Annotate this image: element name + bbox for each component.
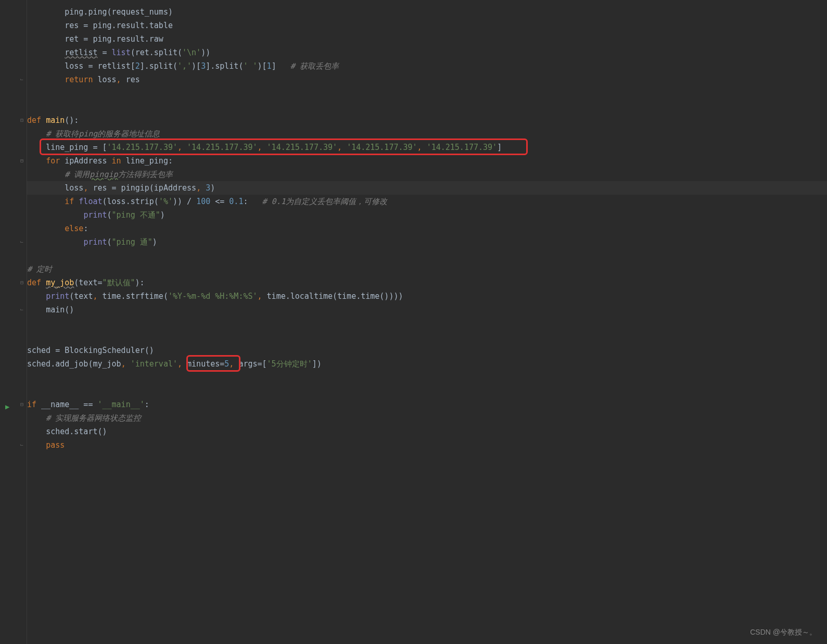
code-line[interactable]: print("ping 通") [27,235,827,249]
code-line[interactable]: print("ping 不通") [27,208,827,222]
code-line[interactable] [27,317,827,330]
code-line[interactable] [27,384,827,398]
code-line[interactable]: res = ping.result.table [27,19,827,32]
code-line[interactable]: # 实现服务器网络状态监控 [27,411,827,425]
code-line[interactable]: retlist = list(ret.split('\n')) [27,46,827,59]
code-line[interactable]: sched = BlockingScheduler() [27,344,827,357]
code-line[interactable]: sched.add_job(my_job, 'interval', minute… [27,357,827,371]
code-area[interactable]: ping.ping(request_nums) res = ping.resul… [27,0,827,644]
code-line[interactable]: ping.ping(request_nums) [27,5,827,19]
code-line[interactable]: loss, res = pingip(ipAddress, 3) [27,181,827,195]
fold-end-icon: ⌙ [19,77,25,83]
code-line[interactable]: pass [27,438,827,452]
code-line[interactable]: loss = retlist[2].split(',')[3].split(' … [27,59,827,73]
fold-end-icon: ⌙ [19,307,25,313]
code-line[interactable]: print(text, time.strftime('%Y-%m-%d %H:%… [27,289,827,303]
code-line[interactable]: return loss, res [27,73,827,86]
code-line[interactable]: # 定时 [27,262,827,276]
watermark: CSDN @兮教授～。 [750,625,817,639]
run-icon[interactable]: ▶ [5,400,9,413]
code-line[interactable]: line_ping = ['14.215.177.39', '14.215.17… [27,141,827,154]
code-line[interactable]: def my_job(text="默认值"): [27,276,827,289]
code-line[interactable]: if float(loss.strip('%')) / 100 <= 0.1: … [27,195,827,208]
code-line[interactable] [27,86,827,100]
code-line[interactable]: # 调用pingip方法得到丢包率 [27,168,827,181]
code-line[interactable]: ret = ping.result.raw [27,32,827,46]
code-line[interactable]: main() [27,303,827,317]
fold-minus-icon[interactable]: ⊟ [19,158,25,164]
fold-minus-icon[interactable]: ⊟ [19,117,25,123]
code-line[interactable] [27,371,827,384]
code-line[interactable]: else: [27,222,827,235]
fold-end-icon: ⌙ [19,442,25,448]
code-line[interactable]: def main(): [27,113,827,127]
code-line[interactable]: sched.start() [27,425,827,438]
code-line[interactable] [27,100,827,113]
gutter: ⌙⊟⊟⌙⊟⌙⊟▶⌙ [0,0,27,644]
fold-minus-icon[interactable]: ⊟ [19,280,25,286]
fold-minus-icon[interactable]: ⊟ [19,401,25,408]
code-line[interactable]: for ipAddress in line_ping: [27,154,827,168]
code-editor[interactable]: ⌙⊟⊟⌙⊟⌙⊟▶⌙ ping.ping(request_nums) res = … [0,0,827,644]
code-line[interactable]: # 获取待ping的服务器地址信息 [27,127,827,141]
code-line[interactable] [27,249,827,262]
fold-end-icon: ⌙ [19,239,25,245]
code-line[interactable] [27,452,827,465]
code-line[interactable]: if __name__ == '__main__': [27,398,827,411]
code-line[interactable] [27,330,827,344]
